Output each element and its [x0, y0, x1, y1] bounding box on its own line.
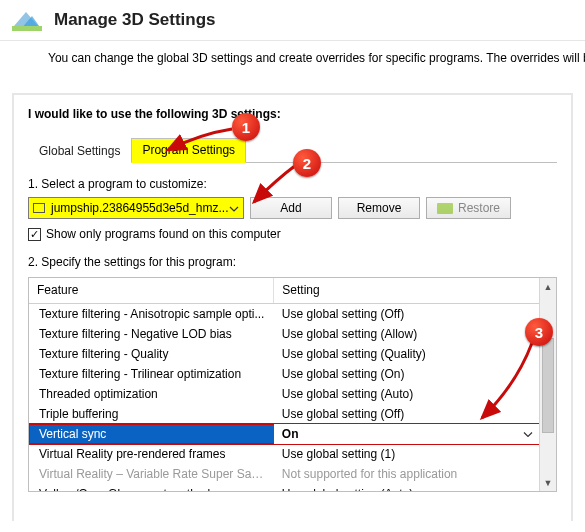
feature-cell: Threaded optimization	[29, 384, 274, 404]
feature-cell: Triple buffering	[29, 404, 274, 424]
show-only-found-checkbox[interactable]: ✓	[28, 228, 41, 241]
settings-table-container: Feature Setting Texture filtering - Anis…	[28, 277, 557, 492]
setting-cell[interactable]: Use global setting (Auto)	[274, 384, 539, 404]
feature-cell: Virtual Reality – Variable Rate Super Sa…	[29, 464, 274, 484]
feature-cell: Texture filtering - Anisotropic sample o…	[29, 304, 274, 325]
feature-cell: Vertical sync	[29, 424, 274, 444]
table-row[interactable]: Virtual Reality pre-rendered framesUse g…	[29, 444, 539, 464]
setting-cell[interactable]: Use global setting (Off)	[274, 404, 539, 424]
program-select-value: jumpship.23864955d3e5d_hmz...	[51, 201, 228, 215]
table-row[interactable]: Vertical syncOn	[29, 424, 539, 444]
setting-cell[interactable]: Use global setting (1)	[274, 444, 539, 464]
callout-3: 3	[525, 318, 553, 346]
setting-cell[interactable]: Use global setting (On)	[274, 364, 539, 384]
feature-cell: Texture filtering - Quality	[29, 344, 274, 364]
app-icon	[10, 6, 44, 34]
select-program-label: 1. Select a program to customize:	[28, 177, 557, 191]
settings-panel: I would like to use the following 3D set…	[12, 93, 573, 521]
tab-program-settings[interactable]: Program Settings	[131, 138, 246, 163]
table-row[interactable]: Texture filtering - Trilinear optimizati…	[29, 364, 539, 384]
setting-cell[interactable]: Use global setting (Quality)	[274, 344, 539, 364]
feature-cell: Virtual Reality pre-rendered frames	[29, 444, 274, 464]
vertical-scrollbar[interactable]: ▲ ▼	[539, 278, 556, 491]
settings-table: Feature Setting Texture filtering - Anis…	[29, 278, 539, 491]
table-row[interactable]: Vulkan/OpenGL present methodUse global s…	[29, 484, 539, 491]
program-select[interactable]: jumpship.23864955d3e5d_hmz...	[28, 197, 244, 219]
setting-cell[interactable]: Use global setting (Auto)	[274, 484, 539, 491]
tab-global-settings[interactable]: Global Settings	[28, 139, 131, 163]
table-row[interactable]: Texture filtering - Negative LOD biasUse…	[29, 324, 539, 344]
nvidia-badge-icon	[437, 203, 453, 214]
page-title: Manage 3D Settings	[54, 10, 216, 30]
col-feature[interactable]: Feature	[29, 278, 274, 304]
scroll-thumb[interactable]	[542, 338, 554, 433]
specify-settings-label: 2. Specify the settings for this program…	[28, 255, 557, 269]
table-row[interactable]: Virtual Reality – Variable Rate Super Sa…	[29, 464, 539, 484]
svg-rect-2	[12, 26, 42, 31]
setting-cell[interactable]: Use global setting (Off)	[274, 304, 539, 325]
table-row[interactable]: Texture filtering - Anisotropic sample o…	[29, 304, 539, 325]
restore-button[interactable]: Restore	[426, 197, 511, 219]
chevron-down-icon	[229, 201, 239, 215]
program-icon	[33, 203, 45, 213]
add-button[interactable]: Add	[250, 197, 332, 219]
show-only-found-label: Show only programs found on this compute…	[46, 227, 281, 241]
table-row[interactable]: Texture filtering - QualityUse global se…	[29, 344, 539, 364]
feature-cell: Texture filtering - Negative LOD bias	[29, 324, 274, 344]
table-row[interactable]: Threaded optimizationUse global setting …	[29, 384, 539, 404]
panel-heading: I would like to use the following 3D set…	[28, 107, 557, 121]
feature-cell: Vulkan/OpenGL present method	[29, 484, 274, 491]
callout-1: 1	[232, 113, 260, 141]
page-description: You can change the global 3D settings an…	[0, 41, 585, 65]
setting-cell[interactable]: Not supported for this application	[274, 464, 539, 484]
remove-button[interactable]: Remove	[338, 197, 420, 219]
scroll-up-icon[interactable]: ▲	[540, 278, 556, 295]
setting-cell[interactable]: On	[274, 424, 539, 444]
feature-cell: Texture filtering - Trilinear optimizati…	[29, 364, 274, 384]
table-row[interactable]: Triple bufferingUse global setting (Off)	[29, 404, 539, 424]
scroll-down-icon[interactable]: ▼	[540, 474, 556, 491]
col-setting[interactable]: Setting	[274, 278, 539, 304]
callout-2: 2	[293, 149, 321, 177]
setting-cell[interactable]: Use global setting (Allow)	[274, 324, 539, 344]
chevron-down-icon	[523, 429, 533, 440]
